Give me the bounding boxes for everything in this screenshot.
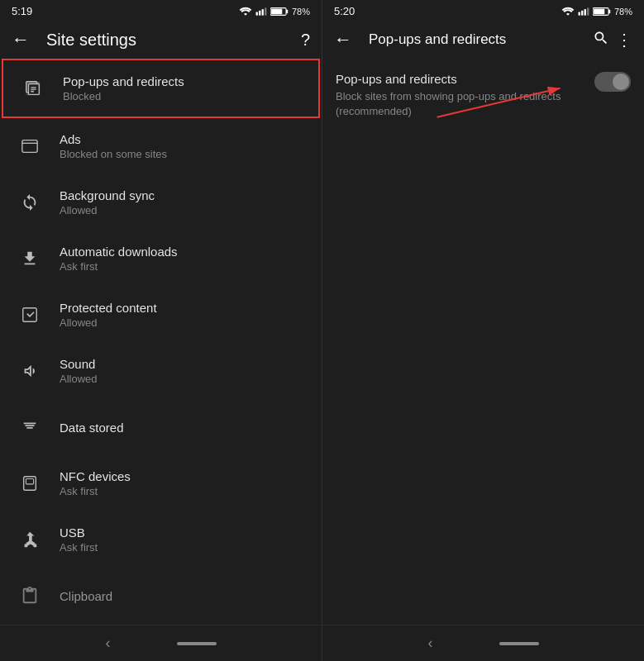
svg-rect-5 <box>271 8 282 14</box>
popups-subtitle: Blocked <box>63 90 184 102</box>
svg-rect-15 <box>584 9 586 16</box>
popups-title: Pop-ups and redirects <box>63 74 184 88</box>
sync-title: Background sync <box>60 188 155 202</box>
data-stored-item[interactable]: Data stored <box>0 399 322 455</box>
clipboard-title: Clipboard <box>60 589 112 603</box>
toggle-description: Block sites from showing pop-ups and red… <box>336 89 581 119</box>
data-stored-title: Data stored <box>60 421 124 435</box>
clipboard-icon <box>13 579 46 612</box>
popups-redirects-item[interactable]: Pop-ups and redirects Blocked <box>2 59 320 118</box>
toggle-container: Pop-ups and redirects Block sites from s… <box>322 59 644 132</box>
right-wifi-icon <box>561 7 575 17</box>
nfc-icon <box>13 467 46 500</box>
usb-text: USB Ask first <box>60 525 98 554</box>
clipboard-text: Clipboard <box>60 589 112 603</box>
popups-icon <box>17 72 50 105</box>
usb-icon <box>13 523 46 556</box>
sync-icon <box>13 186 46 219</box>
sound-title: Sound <box>60 357 98 371</box>
right-status-icons: 78% <box>561 7 632 17</box>
right-page-title: Pop-ups and redirects <box>369 31 583 48</box>
usb-subtitle: Ask first <box>60 541 98 554</box>
right-panel: 5:20 78% ← Pop-ups and redirects <box>322 0 644 661</box>
ads-subtitle: Blocked on some sites <box>60 148 167 160</box>
popups-text: Pop-ups and redirects Blocked <box>63 74 184 102</box>
usb-item[interactable]: USB Ask first <box>0 511 322 568</box>
svg-rect-10 <box>23 308 37 322</box>
popups-toggle[interactable] <box>594 72 631 92</box>
left-status-icons: 78% <box>239 7 310 17</box>
wifi-icon <box>239 7 252 17</box>
ads-item[interactable]: Ads Blocked on some sites <box>0 118 322 174</box>
sound-icon <box>13 354 46 388</box>
right-time: 5:20 <box>334 5 355 17</box>
right-battery: 78% <box>614 7 632 17</box>
svg-rect-6 <box>286 9 288 12</box>
ads-text: Ads Blocked on some sites <box>60 132 167 160</box>
battery-icon <box>270 7 289 17</box>
right-status-bar: 5:20 78% <box>322 0 644 21</box>
left-page-title: Site settings <box>46 31 291 50</box>
search-icon <box>593 30 609 46</box>
sync-text: Background sync Allowed <box>60 188 155 216</box>
right-search-button[interactable] <box>593 30 609 50</box>
sound-item[interactable]: Sound Allowed <box>0 343 322 399</box>
sound-subtitle: Allowed <box>60 373 98 385</box>
svg-rect-19 <box>608 9 610 12</box>
left-status-bar: 5:19 78% <box>0 0 322 21</box>
left-battery: 78% <box>292 7 310 17</box>
protected-icon <box>13 298 46 331</box>
sync-subtitle: Allowed <box>60 204 155 216</box>
left-back-nav[interactable]: ‹ <box>106 635 111 652</box>
svg-rect-0 <box>256 12 258 15</box>
downloads-title: Automatic downloads <box>60 245 178 259</box>
downloads-text: Automatic downloads Ask first <box>60 245 178 273</box>
right-back-button[interactable]: ← <box>334 29 352 50</box>
ads-title: Ads <box>60 132 167 146</box>
svg-rect-16 <box>587 7 589 15</box>
right-signal-icon <box>578 7 589 17</box>
data-stored-icon <box>13 411 46 444</box>
downloads-icon <box>13 242 46 275</box>
right-battery-icon <box>593 7 611 17</box>
protected-title: Protected content <box>60 301 157 315</box>
svg-rect-14 <box>581 10 583 15</box>
left-panel: 5:19 78% ← Site settings ? <box>0 0 322 661</box>
left-bottom-nav: ‹ <box>0 625 322 661</box>
right-top-bar: ← Pop-ups and redirects ⋮ <box>322 21 644 59</box>
usb-title: USB <box>60 525 98 540</box>
svg-rect-9 <box>22 140 37 153</box>
left-top-bar: ← Site settings ? <box>0 21 322 59</box>
nfc-subtitle: Ask first <box>60 485 131 497</box>
svg-rect-18 <box>594 8 604 14</box>
auto-downloads-item[interactable]: Automatic downloads Ask first <box>0 231 322 287</box>
nfc-title: NFC devices <box>60 469 131 483</box>
toggle-title: Pop-ups and redirects <box>336 72 581 86</box>
ads-icon <box>13 130 46 163</box>
left-back-button[interactable]: ← <box>12 29 30 50</box>
left-help-button[interactable]: ? <box>301 31 310 50</box>
background-sync-item[interactable]: Background sync Allowed <box>0 174 322 231</box>
left-time: 5:19 <box>12 5 32 17</box>
popups-toggle-section[interactable]: Pop-ups and redirects Block sites from s… <box>322 59 644 132</box>
downloads-subtitle: Ask first <box>60 260 178 273</box>
clipboard-item[interactable]: Clipboard <box>0 568 322 624</box>
sound-text: Sound Allowed <box>60 357 98 385</box>
protected-subtitle: Allowed <box>60 316 157 329</box>
signal-icon <box>255 7 267 17</box>
right-bottom-nav: ‹ <box>322 625 644 661</box>
protected-content-item[interactable]: Protected content Allowed <box>0 287 322 343</box>
svg-rect-2 <box>262 9 264 16</box>
data-stored-text: Data stored <box>60 421 124 435</box>
svg-rect-12 <box>26 479 33 484</box>
svg-rect-3 <box>265 7 266 15</box>
right-back-nav[interactable]: ‹ <box>428 635 433 652</box>
protected-text: Protected content Allowed <box>60 301 157 329</box>
left-settings-list: Pop-ups and redirects Blocked Ads Blocke… <box>0 59 322 625</box>
left-nav-pill <box>177 642 217 645</box>
right-more-button[interactable]: ⋮ <box>616 30 632 50</box>
svg-rect-13 <box>579 12 580 15</box>
nfc-text: NFC devices Ask first <box>60 469 131 497</box>
nfc-item[interactable]: NFC devices Ask first <box>0 455 322 511</box>
right-nav-pill <box>499 642 539 645</box>
